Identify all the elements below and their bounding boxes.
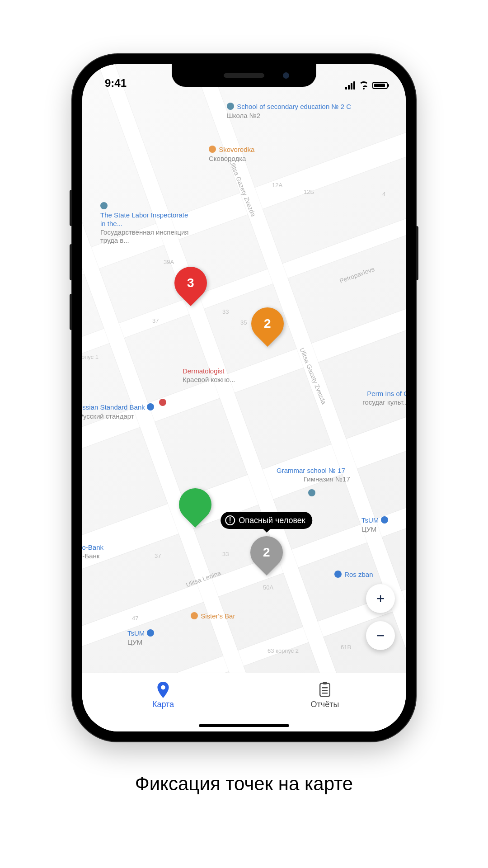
poi-tsum[interactable]: TsUM ЦУМ	[361, 516, 389, 534]
plus-icon: +	[376, 590, 385, 607]
zoom-controls: + −	[366, 584, 395, 650]
building-number: 12Б	[304, 189, 314, 195]
screen: 9:41 Ulitsa Gazety Zvezda Ulitsa Gazety …	[82, 64, 406, 731]
pin-tooltip[interactable]: ! Опасный человек	[221, 512, 312, 529]
poi-rsb[interactable]: ussian Standard Bank Русский стандарт	[82, 403, 155, 421]
building-number: 12A	[272, 182, 282, 189]
building-number: 37	[155, 552, 161, 559]
bank-icon	[147, 403, 154, 410]
tab-reports[interactable]: Отчёты	[244, 673, 406, 718]
cellular-signal-icon	[345, 81, 355, 90]
building-number: 4	[382, 191, 385, 198]
zoom-out-button[interactable]: −	[366, 621, 395, 650]
poi-kobank[interactable]: ko-Bank о-Банк	[82, 543, 103, 561]
clipboard-icon	[318, 682, 332, 698]
bar-icon	[191, 612, 198, 619]
building-number: 63 корпус 2	[267, 647, 299, 654]
shop-icon	[147, 629, 154, 637]
battery-icon	[372, 82, 388, 89]
health-icon[interactable]	[159, 399, 166, 406]
building-number: 50A	[263, 584, 273, 591]
building-number: 33	[222, 308, 229, 315]
caption: Фиксация точек на карте	[135, 773, 353, 795]
pin-count: 3	[187, 276, 194, 290]
phone-frame: 9:41 Ulitsa Gazety Zvezda Ulitsa Gazety …	[72, 54, 416, 741]
shop-icon	[381, 516, 388, 524]
tab-label: Карта	[152, 700, 174, 709]
poi-labor[interactable]: The State Labor Inspectorate in the... Г…	[100, 202, 191, 245]
bottom-nav: Карта Отчёты	[82, 673, 406, 731]
tooltip-label: Опасный человек	[239, 516, 305, 525]
poi-tsum[interactable]: TsUM ЦУМ	[127, 629, 155, 647]
building-number: 33	[222, 551, 229, 557]
restaurant-icon	[209, 146, 216, 153]
map-pin-icon	[156, 682, 170, 698]
street-label: Petropavlovs	[338, 265, 375, 285]
building-number: 37	[152, 317, 159, 324]
poi-school[interactable]: School of secondary education № 2 С Школ…	[227, 103, 351, 120]
school-icon	[227, 103, 234, 110]
map-view[interactable]: Ulitsa Gazety Zvezda Ulitsa Gazety Zvezd…	[82, 64, 406, 731]
notch	[172, 64, 316, 87]
building-number: 39A	[164, 259, 174, 265]
home-indicator[interactable]	[199, 724, 289, 727]
school-icon[interactable]	[308, 489, 315, 496]
pin-count: 2	[264, 316, 271, 331]
building-number: рпус 1	[82, 354, 99, 360]
building-number: 35	[240, 319, 247, 326]
poi-sisters[interactable]: Sister's Bar	[191, 612, 235, 621]
bank-icon	[334, 571, 342, 578]
tab-map[interactable]: Карта	[82, 673, 244, 718]
building-number: 47	[132, 615, 138, 622]
government-icon	[100, 202, 108, 209]
zoom-in-button[interactable]: +	[366, 584, 395, 613]
poi-skovorodka[interactable]: Skovorodka Сковородка	[209, 146, 254, 163]
wifi-icon	[359, 81, 369, 90]
status-time: 9:41	[105, 77, 127, 90]
poi-ros[interactable]: Ros zban	[334, 571, 373, 580]
building-number: 61В	[341, 644, 351, 651]
minus-icon: −	[376, 627, 385, 644]
poi-dermatologist[interactable]: Dermatologist Краевой кожно...	[183, 367, 235, 384]
poi-grammar[interactable]: Grammar school № 17 Гимназия №17	[277, 467, 350, 484]
poi-perm-inst[interactable]: Perm Ins of C госудаг культ...	[362, 390, 406, 407]
alert-icon: !	[225, 515, 235, 525]
svg-rect-1	[323, 682, 327, 684]
tab-label: Отчёты	[311, 700, 339, 709]
pin-count: 2	[263, 545, 270, 560]
